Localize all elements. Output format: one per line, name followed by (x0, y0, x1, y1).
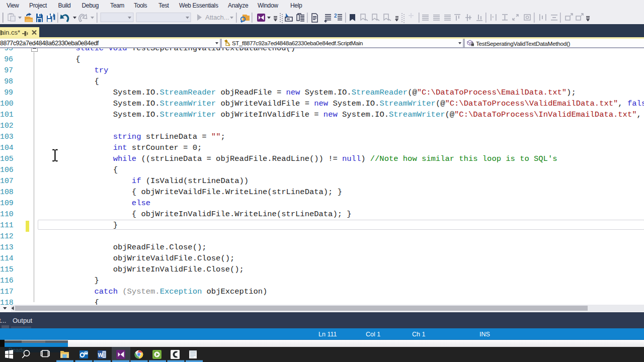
svg-text:*: * (492, 15, 494, 20)
svg-text:W: W (98, 352, 103, 358)
svg-text:2: 2 (334, 13, 337, 19)
svg-text:Attach...: Attach... (205, 14, 229, 21)
